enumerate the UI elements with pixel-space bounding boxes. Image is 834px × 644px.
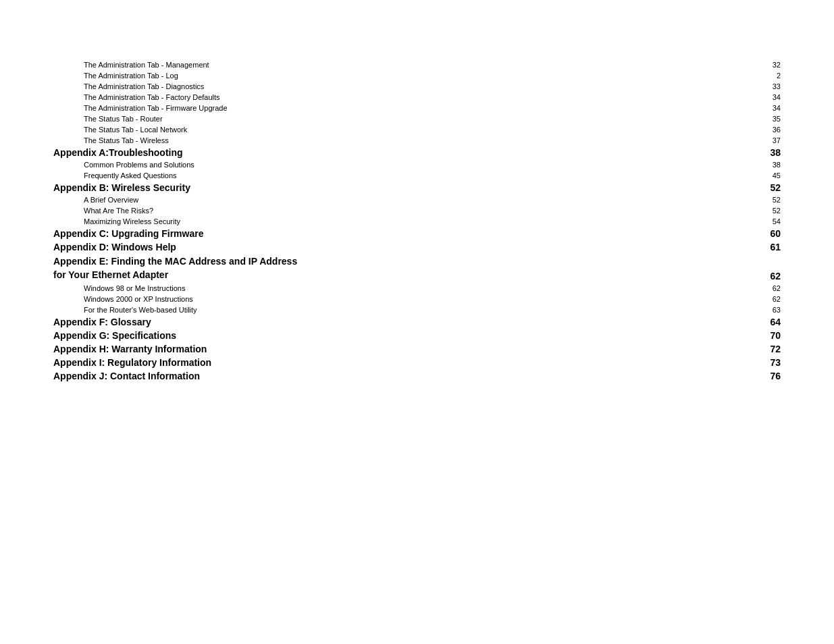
toc-title: Frequently Asked Questions	[84, 171, 760, 180]
toc-entry: Appendix F: Glossary64	[53, 315, 781, 329]
toc-page-number: 76	[760, 371, 781, 381]
toc-entry: Appendix D: Windows Help61	[53, 240, 781, 254]
toc-title: Appendix B: Wireless Security	[53, 182, 760, 193]
toc-title: Appendix G: Specifications	[53, 330, 760, 341]
toc-entry: What Are The Risks?52	[53, 205, 781, 216]
toc-page-number: 62	[760, 295, 781, 303]
toc-title: Appendix I: Regulatory Information	[53, 357, 760, 368]
toc-page-number: 34	[760, 104, 781, 112]
toc-title: A Brief Overview	[84, 196, 760, 204]
toc-entry-multiline: Appendix E: Finding the MAC Address and …	[53, 254, 781, 283]
toc-entry: Frequently Asked Questions45	[53, 170, 781, 181]
toc-title: Windows 98 or Me Instructions	[84, 284, 760, 292]
toc-entry: The Administration Tab - Factory Default…	[53, 92, 781, 103]
toc-entry: Appendix I: Regulatory Information73	[53, 356, 781, 369]
toc-page-number: 38	[760, 161, 781, 169]
toc-title: What Are The Risks?	[84, 207, 760, 215]
toc-page-number: 54	[760, 217, 781, 225]
toc-title: Windows 2000 or XP Instructions	[84, 295, 760, 303]
toc-page-number: 70	[760, 330, 781, 341]
toc-page-number: 62	[760, 284, 781, 292]
toc-entry: Maximizing Wireless Security54	[53, 216, 781, 227]
toc-title: Appendix D: Windows Help	[53, 242, 760, 252]
toc-entry: Appendix C: Upgrading Firmware60	[53, 227, 781, 240]
toc-title: The Administration Tab - Diagnostics	[84, 82, 760, 90]
toc-title: The Status Tab - Local Network	[84, 126, 760, 134]
toc-title: The Administration Tab - Firmware Upgrad…	[84, 104, 760, 112]
toc-entry: Common Problems and Solutions38	[53, 159, 781, 170]
toc-page-number: 36	[760, 126, 781, 134]
toc-entry: A Brief Overview52	[53, 194, 781, 205]
toc-container: The Administration Tab - Management32The…	[53, 59, 781, 383]
toc-page-number: 62	[760, 271, 781, 281]
toc-page-number: 45	[760, 171, 781, 180]
toc-entry: The Status Tab - Local Network36	[53, 124, 781, 135]
toc-entry: The Administration Tab - Management32	[53, 59, 781, 70]
toc-page-number: 32	[760, 61, 781, 69]
toc-title: Appendix J: Contact Information	[53, 371, 760, 381]
toc-entry: For the Router's Web-based Utility63	[53, 304, 781, 315]
toc-page-number: 72	[760, 344, 781, 354]
toc-page-number: 35	[760, 115, 781, 123]
toc-title: Appendix C: Upgrading Firmware	[53, 228, 760, 239]
toc-entry: The Administration Tab - Firmware Upgrad…	[53, 103, 781, 113]
toc-page-number: 52	[760, 182, 781, 193]
toc-entry: Appendix H: Warranty Information72	[53, 342, 781, 356]
toc-title: The Status Tab - Router	[84, 115, 760, 123]
toc-title-multiline: Appendix E: Finding the MAC Address and …	[53, 255, 760, 281]
toc-title: Appendix F: Glossary	[53, 317, 760, 327]
toc-page-number: 52	[760, 207, 781, 215]
toc-title: The Administration Tab - Factory Default…	[84, 93, 760, 101]
toc-title: Appendix A:Troubleshooting	[53, 147, 760, 158]
toc-entry: Windows 2000 or XP Instructions62	[53, 294, 781, 304]
toc-entry: Appendix G: Specifications70	[53, 329, 781, 342]
toc-title: The Status Tab - Wireless	[84, 136, 760, 144]
toc-page-number: 63	[760, 306, 781, 314]
toc-entry: Windows 98 or Me Instructions62	[53, 283, 781, 294]
toc-title: The Administration Tab - Log	[84, 72, 760, 80]
toc-entry: Appendix B: Wireless Security52	[53, 181, 781, 194]
toc-entry: The Administration Tab - Log2	[53, 70, 781, 81]
toc-page-number: 38	[760, 147, 781, 158]
toc-entry: Appendix J: Contact Information76	[53, 369, 781, 383]
toc-page-number: 52	[760, 196, 781, 204]
toc-title: The Administration Tab - Management	[84, 61, 760, 69]
toc-entry: The Administration Tab - Diagnostics33	[53, 81, 781, 92]
toc-entry: The Status Tab - Router35	[53, 113, 781, 124]
toc-title: For the Router's Web-based Utility	[84, 306, 760, 314]
toc-page-number: 60	[760, 228, 781, 239]
toc-title: Common Problems and Solutions	[84, 161, 760, 169]
toc-title: Maximizing Wireless Security	[84, 217, 760, 225]
toc-page-number: 33	[760, 82, 781, 90]
toc-entry: Appendix A:Troubleshooting38	[53, 146, 781, 159]
toc-page-number: 34	[760, 93, 781, 101]
toc-page-number: 73	[760, 357, 781, 368]
toc-title: Appendix H: Warranty Information	[53, 344, 760, 354]
toc-page-number: 64	[760, 317, 781, 327]
toc-page-number: 2	[760, 72, 781, 80]
toc-page-number: 37	[760, 136, 781, 144]
toc-page-number: 61	[760, 242, 781, 252]
toc-entry: The Status Tab - Wireless37	[53, 135, 781, 146]
